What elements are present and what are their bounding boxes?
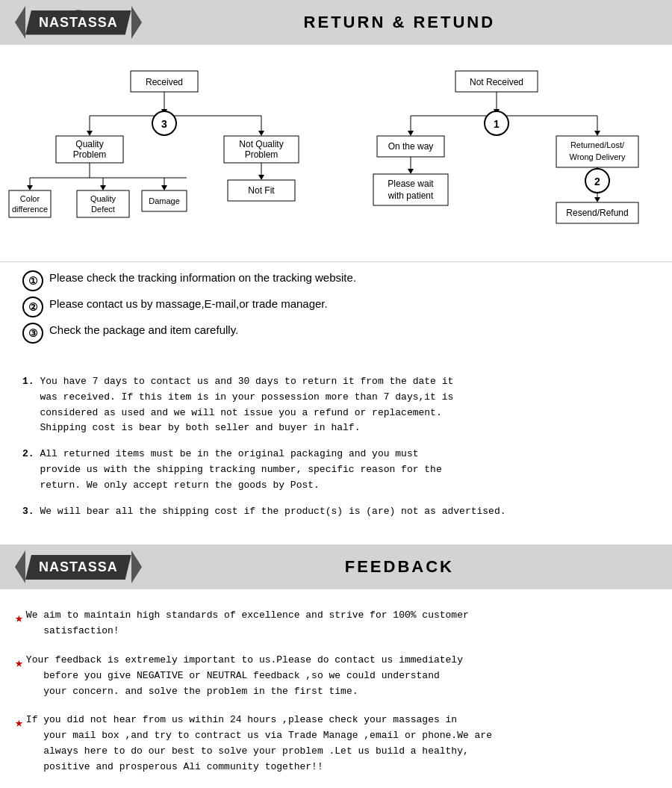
svg-text:Returned/Lost/: Returned/Lost/ xyxy=(570,140,625,149)
svg-marker-26 xyxy=(100,185,106,190)
rule-3: 3. We will bear all the shipping cost if… xyxy=(22,504,650,520)
diagram-area: Received 3 Quality Problem Not Quality xyxy=(0,52,672,261)
return-header: NASTASSA RETURN & RETUND xyxy=(0,0,672,45)
logo-feedback: NASTASSA xyxy=(25,555,131,580)
svg-text:Not Fit: Not Fit xyxy=(248,185,275,196)
svg-marker-49 xyxy=(594,131,600,136)
feedback-title: FEEDBACK xyxy=(142,557,657,577)
rule-3-text: We will bear all the shipping cost if th… xyxy=(40,506,505,517)
star-2: ★ xyxy=(15,653,23,674)
feedback-2-text: Your feedback is extremely important to … xyxy=(26,653,463,699)
svg-text:1: 1 xyxy=(494,118,500,130)
svg-text:difference: difference xyxy=(12,205,48,214)
svg-text:Resend/Refund: Resend/Refund xyxy=(566,208,628,218)
instruction-1-text: Please check the tracking information on… xyxy=(49,270,356,287)
rule-1: 1. You have 7 days to contact us and 30 … xyxy=(22,374,650,436)
star-1: ★ xyxy=(15,608,23,630)
svg-marker-9 xyxy=(87,131,93,136)
rule-2: 2. All returned items must be in the ori… xyxy=(22,447,650,493)
right-diagram: Not Received 1 On the way Returned/Lost/… xyxy=(336,60,672,246)
feedback-item-1: ★ We aim to maintain high standards of e… xyxy=(15,608,657,639)
svg-marker-58 xyxy=(408,169,414,174)
svg-text:Quality: Quality xyxy=(75,139,103,149)
svg-marker-34 xyxy=(258,175,264,180)
instruction-1: ① Please check the tracking information … xyxy=(22,270,650,291)
svg-text:Problem: Problem xyxy=(73,149,107,160)
num-circle-1: ① xyxy=(22,270,43,291)
rules-section: 1. You have 7 days to contact us and 30 … xyxy=(0,363,672,545)
svg-text:2: 2 xyxy=(594,176,600,187)
svg-text:3: 3 xyxy=(161,118,167,130)
star-3: ★ xyxy=(15,713,23,734)
svg-text:Not  Received: Not Received xyxy=(470,77,523,87)
right-flow-svg: Not Received 1 On the way Returned/Lost/… xyxy=(351,67,665,239)
instructions-section: ① Please check the tracking information … xyxy=(0,261,672,363)
num-circle-2: ② xyxy=(22,297,43,317)
logo-return: NASTASSA xyxy=(25,10,131,35)
svg-text:Received: Received xyxy=(146,77,183,87)
svg-marker-64 xyxy=(594,197,600,202)
return-title: RETURN & RETUND xyxy=(142,13,657,32)
svg-text:Please wait: Please wait xyxy=(388,179,434,189)
svg-text:with patient: with patient xyxy=(388,190,434,201)
feedback-item-2: ★ Your feedback is extremely important t… xyxy=(15,653,657,699)
feedback-items-section: ★ We aim to maintain high standards of e… xyxy=(0,597,672,788)
feedback-item-3: ★ If you did not hear from us within 24 … xyxy=(15,713,657,775)
svg-marker-30 xyxy=(161,185,167,190)
rule-1-text: You have 7 days to contact us and 30 day… xyxy=(22,376,453,433)
num-circle-3: ③ xyxy=(22,323,43,344)
svg-text:Wrong Delivery: Wrong Delivery xyxy=(570,152,626,161)
rule-3-num: 3. xyxy=(22,506,34,517)
instruction-3-text: Check the package and item carefully. xyxy=(49,322,238,339)
svg-text:Color: Color xyxy=(20,194,40,203)
svg-text:Quality: Quality xyxy=(90,194,116,203)
instruction-2-text: Please contact us by massage,E-mail,or t… xyxy=(49,296,328,313)
feedback-header: NASTASSA FEEDBACK xyxy=(0,545,672,589)
rule-2-text: All returned items must be in the origin… xyxy=(22,448,442,491)
svg-text:Damage: Damage xyxy=(149,196,180,205)
left-flow-svg: Received 3 Quality Problem Not Quality xyxy=(15,67,329,239)
svg-text:On the way: On the way xyxy=(388,141,434,152)
left-diagram: Received 3 Quality Problem Not Quality xyxy=(0,60,336,246)
feedback-1-text: We aim to maintain high standards of exc… xyxy=(26,608,469,639)
instruction-3: ③ Check the package and item carefully. xyxy=(22,322,650,344)
feedback-3-text: If you did not hear from us within 24 ho… xyxy=(26,713,492,775)
svg-marker-22 xyxy=(27,185,33,190)
svg-text:Problem: Problem xyxy=(245,149,279,160)
instruction-2: ② Please contact us by massage,E-mail,or… xyxy=(22,296,650,317)
rule-2-num: 2. xyxy=(22,448,34,459)
svg-text:Defect: Defect xyxy=(91,205,115,214)
svg-text:Not Quality: Not Quality xyxy=(239,139,283,149)
svg-marker-13 xyxy=(258,131,264,136)
rule-1-num: 1. xyxy=(22,376,34,387)
svg-marker-46 xyxy=(408,131,414,136)
